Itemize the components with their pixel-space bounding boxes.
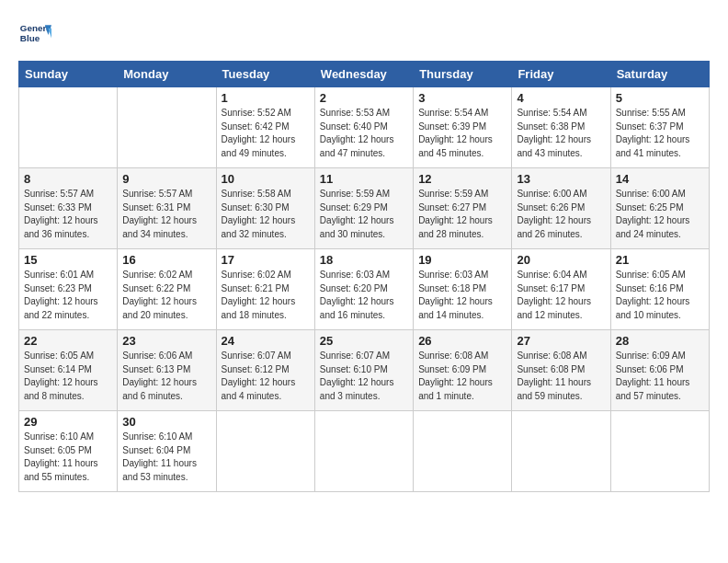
day-info: Sunrise: 6:03 AMSunset: 6:20 PMDaylight:…	[320, 270, 394, 320]
calendar-cell: 20 Sunrise: 6:04 AMSunset: 6:17 PMDaylig…	[512, 249, 610, 330]
weekday-header-tuesday: Tuesday	[216, 62, 314, 87]
day-info: Sunrise: 6:10 AMSunset: 6:04 PMDaylight:…	[122, 431, 197, 482]
day-number: 26	[418, 334, 506, 348]
calendar-cell: 9 Sunrise: 5:57 AMSunset: 6:31 PMDayligh…	[118, 168, 216, 249]
week-row-1: 1 Sunrise: 5:52 AMSunset: 6:42 PMDayligh…	[19, 87, 710, 168]
calendar-cell	[512, 411, 610, 492]
day-info: Sunrise: 5:54 AMSunset: 6:39 PMDaylight:…	[418, 108, 493, 158]
day-number: 15	[24, 253, 112, 267]
week-row-5: 29 Sunrise: 6:10 AMSunset: 6:05 PMDaylig…	[19, 411, 710, 492]
weekday-header-thursday: Thursday	[414, 62, 512, 87]
calendar-cell: 5 Sunrise: 5:55 AMSunset: 6:37 PMDayligh…	[610, 87, 709, 168]
day-info: Sunrise: 6:04 AMSunset: 6:17 PMDaylight:…	[517, 270, 591, 320]
calendar-cell: 23 Sunrise: 6:06 AMSunset: 6:13 PMDaylig…	[118, 330, 216, 411]
day-info: Sunrise: 6:05 AMSunset: 6:16 PMDaylight:…	[616, 270, 690, 320]
calendar-cell	[610, 411, 709, 492]
day-number: 9	[122, 172, 210, 186]
day-number: 13	[517, 172, 605, 186]
day-info: Sunrise: 6:02 AMSunset: 6:22 PMDaylight:…	[122, 270, 197, 320]
day-number: 23	[122, 334, 210, 348]
calendar-cell: 11 Sunrise: 5:59 AMSunset: 6:29 PMDaylig…	[314, 168, 413, 249]
week-row-2: 8 Sunrise: 5:57 AMSunset: 6:33 PMDayligh…	[19, 168, 710, 249]
day-info: Sunrise: 6:08 AMSunset: 6:09 PMDaylight:…	[418, 350, 493, 401]
calendar-cell: 3 Sunrise: 5:54 AMSunset: 6:39 PMDayligh…	[414, 87, 512, 168]
day-number: 14	[616, 172, 704, 186]
calendar-cell: 26 Sunrise: 6:08 AMSunset: 6:09 PMDaylig…	[414, 330, 512, 411]
day-number: 12	[418, 172, 506, 186]
calendar-cell: 30 Sunrise: 6:10 AMSunset: 6:04 PMDaylig…	[118, 411, 216, 492]
logo: General Blue	[18, 18, 51, 52]
day-number: 11	[320, 172, 408, 186]
day-info: Sunrise: 5:57 AMSunset: 6:31 PMDaylight:…	[122, 189, 197, 239]
calendar-cell: 27 Sunrise: 6:08 AMSunset: 6:08 PMDaylig…	[512, 330, 610, 411]
day-info: Sunrise: 5:58 AMSunset: 6:30 PMDaylight:…	[222, 189, 296, 239]
calendar-cell: 21 Sunrise: 6:05 AMSunset: 6:16 PMDaylig…	[610, 249, 709, 330]
day-info: Sunrise: 6:08 AMSunset: 6:08 PMDaylight:…	[517, 350, 591, 401]
day-info: Sunrise: 6:01 AMSunset: 6:23 PMDaylight:…	[24, 270, 98, 320]
calendar-cell	[19, 87, 118, 168]
day-info: Sunrise: 5:55 AMSunset: 6:37 PMDaylight:…	[616, 108, 690, 158]
day-number: 22	[24, 334, 112, 348]
day-info: Sunrise: 5:59 AMSunset: 6:27 PMDaylight:…	[418, 189, 493, 239]
day-number: 8	[24, 172, 112, 186]
calendar-cell: 2 Sunrise: 5:53 AMSunset: 6:40 PMDayligh…	[314, 87, 413, 168]
day-number: 3	[418, 91, 506, 105]
weekday-header-monday: Monday	[118, 62, 216, 87]
day-info: Sunrise: 6:06 AMSunset: 6:13 PMDaylight:…	[122, 350, 197, 401]
day-number: 21	[616, 253, 704, 267]
day-number: 18	[320, 253, 408, 267]
calendar-cell: 25 Sunrise: 6:07 AMSunset: 6:10 PMDaylig…	[314, 330, 413, 411]
day-info: Sunrise: 5:53 AMSunset: 6:40 PMDaylight:…	[320, 108, 394, 158]
calendar-cell: 29 Sunrise: 6:10 AMSunset: 6:05 PMDaylig…	[19, 411, 118, 492]
calendar-cell: 18 Sunrise: 6:03 AMSunset: 6:20 PMDaylig…	[314, 249, 413, 330]
day-number: 27	[517, 334, 605, 348]
day-info: Sunrise: 6:00 AMSunset: 6:26 PMDaylight:…	[517, 189, 591, 239]
calendar-cell: 4 Sunrise: 5:54 AMSunset: 6:38 PMDayligh…	[512, 87, 610, 168]
calendar-cell: 12 Sunrise: 5:59 AMSunset: 6:27 PMDaylig…	[414, 168, 512, 249]
day-info: Sunrise: 6:03 AMSunset: 6:18 PMDaylight:…	[418, 270, 493, 320]
calendar-header-row: SundayMondayTuesdayWednesdayThursdayFrid…	[19, 62, 710, 87]
day-info: Sunrise: 5:54 AMSunset: 6:38 PMDaylight:…	[517, 108, 591, 158]
day-number: 17	[222, 253, 310, 267]
day-info: Sunrise: 6:05 AMSunset: 6:14 PMDaylight:…	[24, 350, 98, 401]
calendar-cell: 24 Sunrise: 6:07 AMSunset: 6:12 PMDaylig…	[216, 330, 314, 411]
day-number: 25	[320, 334, 408, 348]
calendar-cell: 14 Sunrise: 6:00 AMSunset: 6:25 PMDaylig…	[610, 168, 709, 249]
day-info: Sunrise: 6:10 AMSunset: 6:05 PMDaylight:…	[24, 431, 98, 482]
calendar-table: SundayMondayTuesdayWednesdayThursdayFrid…	[18, 61, 710, 492]
logo-icon: General Blue	[18, 18, 51, 52]
day-info: Sunrise: 6:09 AMSunset: 6:06 PMDaylight:…	[616, 350, 690, 401]
calendar-cell	[118, 87, 216, 168]
weekday-header-friday: Friday	[512, 62, 610, 87]
day-info: Sunrise: 6:02 AMSunset: 6:21 PMDaylight:…	[222, 270, 296, 320]
day-number: 10	[222, 172, 310, 186]
calendar-cell: 10 Sunrise: 5:58 AMSunset: 6:30 PMDaylig…	[216, 168, 314, 249]
day-number: 2	[320, 91, 408, 105]
calendar-cell: 8 Sunrise: 5:57 AMSunset: 6:33 PMDayligh…	[19, 168, 118, 249]
day-info: Sunrise: 5:59 AMSunset: 6:29 PMDaylight:…	[320, 189, 394, 239]
calendar-cell: 15 Sunrise: 6:01 AMSunset: 6:23 PMDaylig…	[19, 249, 118, 330]
day-info: Sunrise: 5:57 AMSunset: 6:33 PMDaylight:…	[24, 189, 98, 239]
calendar-cell: 28 Sunrise: 6:09 AMSunset: 6:06 PMDaylig…	[610, 330, 709, 411]
page-header: General Blue	[18, 18, 710, 52]
day-info: Sunrise: 5:52 AMSunset: 6:42 PMDaylight:…	[222, 108, 296, 158]
day-number: 29	[24, 415, 112, 429]
calendar-cell	[314, 411, 413, 492]
calendar-cell: 16 Sunrise: 6:02 AMSunset: 6:22 PMDaylig…	[118, 249, 216, 330]
day-number: 28	[616, 334, 704, 348]
day-info: Sunrise: 6:00 AMSunset: 6:25 PMDaylight:…	[616, 189, 690, 239]
day-number: 19	[418, 253, 506, 267]
calendar-cell: 19 Sunrise: 6:03 AMSunset: 6:18 PMDaylig…	[414, 249, 512, 330]
day-info: Sunrise: 6:07 AMSunset: 6:12 PMDaylight:…	[222, 350, 296, 401]
weekday-header-saturday: Saturday	[610, 62, 709, 87]
day-number: 1	[222, 91, 310, 105]
calendar-cell: 1 Sunrise: 5:52 AMSunset: 6:42 PMDayligh…	[216, 87, 314, 168]
day-number: 20	[517, 253, 605, 267]
day-number: 5	[616, 91, 704, 105]
calendar-cell: 22 Sunrise: 6:05 AMSunset: 6:14 PMDaylig…	[19, 330, 118, 411]
calendar-cell: 13 Sunrise: 6:00 AMSunset: 6:26 PMDaylig…	[512, 168, 610, 249]
weekday-header-wednesday: Wednesday	[314, 62, 413, 87]
svg-text:Blue: Blue	[20, 33, 40, 43]
day-info: Sunrise: 6:07 AMSunset: 6:10 PMDaylight:…	[320, 350, 394, 401]
calendar-cell: 17 Sunrise: 6:02 AMSunset: 6:21 PMDaylig…	[216, 249, 314, 330]
